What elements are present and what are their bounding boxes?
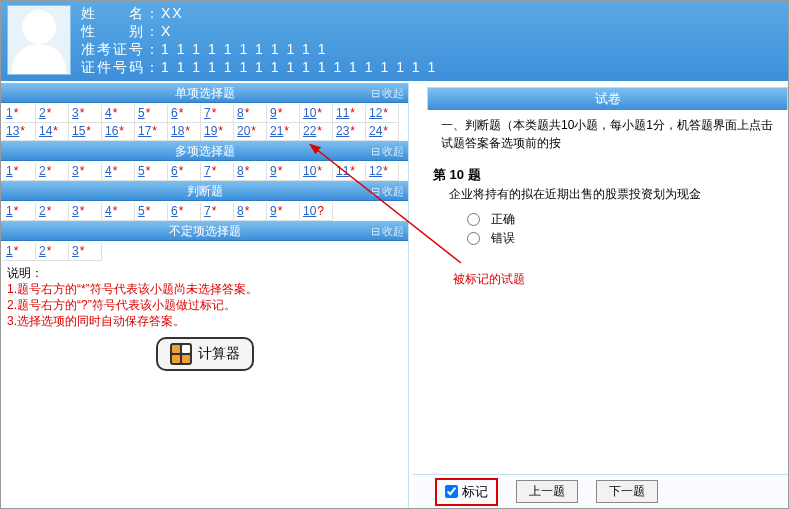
question-link[interactable]: 2* [36, 163, 69, 181]
question-link[interactable]: 1* [3, 163, 36, 181]
question-link[interactable]: 3* [69, 163, 102, 181]
question-link[interactable]: 7* [201, 105, 234, 123]
question-link[interactable]: 9* [267, 203, 300, 221]
name-label: 姓 名： [81, 5, 161, 23]
question-link[interactable]: 12* [366, 105, 399, 123]
legend-notes: 说明： 1.题号右方的“*”符号代表该小题尚未选择答案。 2.题号右方的“?”符… [1, 261, 408, 329]
question-link[interactable]: 6* [168, 163, 201, 181]
option-true[interactable]: 正确 [427, 211, 788, 228]
ticket-value: 1 1 1 1 1 1 1 1 1 1 1 [161, 41, 328, 57]
mark-flag-box[interactable]: 标记 [435, 478, 498, 506]
gender-value: X [161, 23, 172, 39]
question-link[interactable]: 24* [366, 123, 399, 141]
question-link[interactable]: 14* [36, 123, 69, 141]
prev-button[interactable]: 上一题 [516, 480, 578, 503]
question-link[interactable]: 10? [300, 203, 333, 221]
question-link[interactable]: 4* [102, 203, 135, 221]
notes-line3: 3.选择选项的同时自动保存答案。 [7, 314, 185, 328]
question-number-link: 14 [39, 124, 52, 138]
question-stem: 企业将持有的拟在近期出售的股票投资划为现金 [427, 184, 788, 209]
question-link[interactable]: 12* [366, 163, 399, 181]
section-instruction: 一、判断题（本类题共10小题，每小题1分，机答题界面上点击试题答案备选项前的按 [427, 110, 788, 160]
question-link[interactable]: 10* [300, 105, 333, 123]
question-number-link: 1 [6, 204, 13, 218]
tab-exam[interactable]: 试卷 [428, 88, 787, 110]
question-link[interactable]: 16* [102, 123, 135, 141]
question-link[interactable]: 19* [201, 123, 234, 141]
question-link[interactable]: 1* [3, 243, 36, 261]
flag-star-icon: * [383, 106, 388, 120]
flag-star-icon: * [185, 124, 190, 138]
flag-star-icon: * [47, 204, 52, 218]
id-label: 证件号码： [81, 59, 161, 75]
question-link[interactable]: 7* [201, 203, 234, 221]
flag-star-icon: * [245, 164, 250, 178]
mark-checkbox[interactable] [445, 485, 458, 498]
flag-star-icon: * [47, 244, 52, 258]
question-number-link: 13 [6, 124, 19, 138]
question-link[interactable]: 8* [234, 163, 267, 181]
question-link[interactable]: 1* [3, 203, 36, 221]
question-link[interactable]: 1* [3, 105, 36, 123]
question-link[interactable]: 3* [69, 243, 102, 261]
question-link[interactable]: 3* [69, 203, 102, 221]
question-link[interactable]: 5* [135, 163, 168, 181]
question-number-link: 1 [6, 106, 13, 120]
question-number-link: 2 [39, 244, 46, 258]
question-link[interactable]: 13* [3, 123, 36, 141]
question-number-link: 10 [303, 106, 316, 120]
question-nav: 单项选择题 ⊟收起 1*2*3*4*5*6*7*8*9*10*11*12*13*… [1, 83, 409, 508]
collapse-toggle[interactable]: ⊟收起 [371, 141, 404, 161]
question-link[interactable]: 6* [168, 105, 201, 123]
question-link[interactable]: 10* [300, 163, 333, 181]
flag-star-icon: * [146, 164, 151, 178]
question-number-link: 18 [171, 124, 184, 138]
annotation-marked-text: 被标记的试题 [453, 271, 525, 288]
question-link[interactable]: 11* [333, 105, 366, 123]
question-link[interactable]: 22* [300, 123, 333, 141]
question-link[interactable]: 9* [267, 105, 300, 123]
question-link[interactable]: 17* [135, 123, 168, 141]
question-number-link: 21 [270, 124, 283, 138]
collapse-toggle[interactable]: ⊟收起 [371, 181, 404, 201]
question-link[interactable]: 6* [168, 203, 201, 221]
question-number-link: 7 [204, 204, 211, 218]
question-link[interactable]: 8* [234, 203, 267, 221]
question-link[interactable]: 18* [168, 123, 201, 141]
question-number-link: 8 [237, 106, 244, 120]
flag-star-icon: * [212, 106, 217, 120]
avatar [7, 5, 71, 75]
section-bar-uncertain: 不定项选择题 ⊟收起 [1, 221, 408, 241]
question-number-link: 23 [336, 124, 349, 138]
radio-true[interactable] [467, 213, 480, 226]
question-link[interactable]: 7* [201, 163, 234, 181]
section-bar-multi: 多项选择题 ⊟收起 [1, 141, 408, 161]
question-link[interactable]: 2* [36, 243, 69, 261]
question-link[interactable]: 4* [102, 163, 135, 181]
option-false[interactable]: 错误 [427, 230, 788, 247]
question-link[interactable]: 15* [69, 123, 102, 141]
calculator-icon [170, 343, 192, 365]
candidate-header: 姓 名：XX 性 别：X 准考证号：1 1 1 1 1 1 1 1 1 1 1 … [1, 1, 788, 81]
question-number-link: 9 [270, 164, 277, 178]
flag-star-icon: * [383, 164, 388, 178]
question-link[interactable]: 20* [234, 123, 267, 141]
question-link[interactable]: 9* [267, 163, 300, 181]
question-link[interactable]: 5* [135, 105, 168, 123]
question-link[interactable]: 4* [102, 105, 135, 123]
question-link[interactable]: 2* [36, 105, 69, 123]
option-false-label: 错误 [491, 231, 515, 245]
collapse-toggle[interactable]: ⊟收起 [371, 221, 404, 241]
question-link[interactable]: 5* [135, 203, 168, 221]
question-link[interactable]: 21* [267, 123, 300, 141]
question-link[interactable]: 23* [333, 123, 366, 141]
calculator-button[interactable]: 计算器 [156, 337, 254, 371]
question-link[interactable]: 8* [234, 105, 267, 123]
question-link[interactable]: 11* [333, 163, 366, 181]
question-link[interactable]: 2* [36, 203, 69, 221]
radio-false[interactable] [467, 232, 480, 245]
next-button[interactable]: 下一题 [596, 480, 658, 503]
collapse-icon: ⊟ [371, 83, 380, 103]
question-link[interactable]: 3* [69, 105, 102, 123]
collapse-toggle[interactable]: ⊟收起 [371, 83, 404, 103]
